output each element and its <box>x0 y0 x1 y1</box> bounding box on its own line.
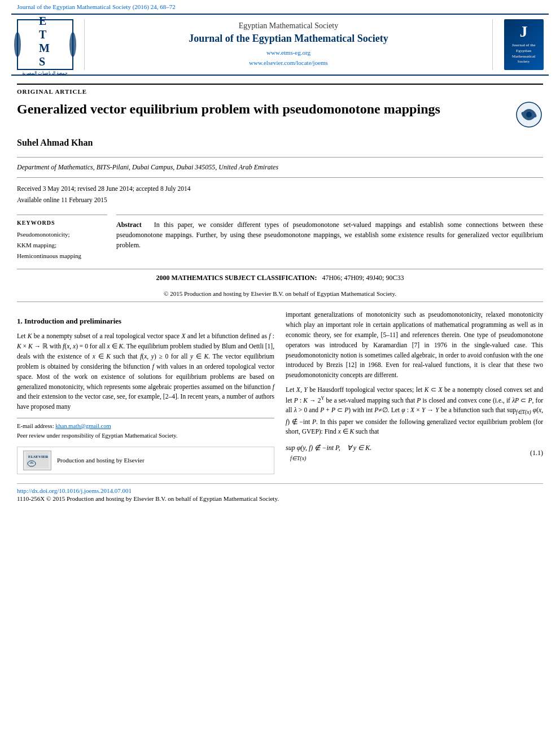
bottom-doi: http://dx.doi.org/10.1016/j.joems.2014.0… <box>17 483 543 494</box>
right-para-2: Let X, Y be Hausdorff topological vector… <box>286 385 543 437</box>
divider-after-affiliation <box>17 177 543 178</box>
svg-point-3 <box>526 112 532 117</box>
received-date: Received 3 May 2014; revised 28 June 201… <box>17 185 191 192</box>
doi-link[interactable]: http://dx.doi.org/10.1016/j.joems.2014.0… <box>17 487 132 494</box>
j-logo-subtitle: Journal of the Egyptian Mathematical Soc… <box>504 43 544 65</box>
keywords-box: KEYWORDS Pseudomonotonicity; KKM mapping… <box>17 215 107 261</box>
math-classification: 2000 MATHEMATICS SUBJECT CLASSIFICATION:… <box>17 269 543 287</box>
copyright-abstract: © 2015 Production and hosting by Elsevie… <box>17 290 543 302</box>
email-label: E-mail address: <box>17 423 55 429</box>
page: Journal of the Egyptian Mathematical Soc… <box>0 0 560 747</box>
journal-urls: www.etms-eg.org www.elsevier.com/locate/… <box>96 48 481 68</box>
j-brand-logo: J Journal of the Egyptian Mathematical S… <box>504 19 544 70</box>
left-column: 1. Introduction and preliminaries Let K … <box>17 310 274 474</box>
journal-header: ETMS جمعية الرياضيات المصرية Egyptian Ma… <box>11 14 549 76</box>
journal-reference: Journal of the Egyptian Mathematical Soc… <box>0 0 560 14</box>
arabic-text: جمعية الرياضيات المصرية <box>22 71 68 76</box>
abstract-section: KEYWORDS Pseudomonotonicity; KKM mapping… <box>17 215 543 261</box>
leaf-right-icon <box>69 30 77 59</box>
email-link[interactable]: khan.math@gmail.com <box>55 423 111 429</box>
abstract-body: In this paper, we consider different typ… <box>116 221 543 249</box>
etms-letters: ETMS <box>39 14 51 68</box>
article-dates: Received 3 May 2014; revised 28 June 201… <box>17 184 543 206</box>
abstract-label: Abstract <box>116 221 142 229</box>
header-center: Egyptian Mathematical Society Journal of… <box>85 19 492 70</box>
article-title: Generalized vector equilibrium problem w… <box>17 101 504 118</box>
body-columns: 1. Introduction and preliminaries Let K … <box>17 310 543 474</box>
keyword-1: Pseudomonotonicity; <box>17 229 107 240</box>
bottom-copyright: 1110-256X © 2015 Production and hosting … <box>17 495 543 502</box>
and-word: and <box>17 393 27 400</box>
keyword-2: KKM mapping; <box>17 240 107 251</box>
elsevier-footer-box: ELSEVIER Production and hosting by Elsev… <box>17 447 274 474</box>
leaf-left-icon <box>14 30 21 59</box>
available-date: Available online 11 February 2015 <box>17 196 107 203</box>
formula-block: sup φ(y, f) ∉ −int P, ∀ y ∈ K. f∈T(x) (1… <box>286 443 543 464</box>
author-name: Suhel Ahmad Khan <box>17 138 543 148</box>
formula-subscript: f∈T(x) <box>290 455 306 461</box>
etms-logo: ETMS جمعية الرياضيات المصرية <box>17 19 73 70</box>
crossmark-icon <box>515 101 543 129</box>
formula-number: (1.1) <box>530 448 543 458</box>
article-title-section: Generalized vector equilibrium problem w… <box>17 101 543 129</box>
formula-text: sup φ(y, f) ∉ −int P, ∀ y ∈ K. <box>286 444 371 452</box>
intro-paragraph: Let K be a nonempty subset of a real top… <box>17 331 274 412</box>
journal-logo-left: ETMS جمعية الرياضيات المصرية <box>11 19 85 70</box>
svg-point-1 <box>69 32 76 57</box>
abstract-text: Abstract In this paper, we consider diff… <box>116 220 543 250</box>
email-note: E-mail address: khan.math@gmail.com Peer… <box>17 418 274 441</box>
elsevier-text: Production and hosting by Elsevier <box>57 456 145 465</box>
divider-after-author <box>17 157 543 158</box>
url1-link[interactable]: www.etms-eg.org <box>266 49 310 56</box>
society-name: Egyptian Mathematical Society <box>96 21 481 30</box>
classification-codes: 47H06; 47H09; 49J40; 90C33 <box>322 274 404 282</box>
svg-point-0 <box>14 32 21 57</box>
affiliation: Department of Mathematics, BITS-Pilani, … <box>17 163 543 172</box>
right-para-1: important generalizations of monotonicit… <box>286 310 543 381</box>
url2-link[interactable]: www.elsevier.com/locate/joems <box>249 59 328 66</box>
classification-label: 2000 MATHEMATICS SUBJECT CLASSIFICATION: <box>156 274 317 282</box>
svg-text:ELSEVIER: ELSEVIER <box>28 455 49 459</box>
main-content: ORIGINAL ARTICLE Generalized vector equi… <box>0 76 560 509</box>
elsevier-logo: ELSEVIER <box>23 451 51 470</box>
peer-review-note: Peer review under responsibility of Egyp… <box>17 433 178 439</box>
formula-content: sup φ(y, f) ∉ −int P, ∀ y ∈ K. f∈T(x) <box>286 443 371 464</box>
elsevier-logo-svg: ELSEVIER <box>26 452 49 468</box>
keywords-title: KEYWORDS <box>17 220 107 226</box>
journal-logo-right: J Journal of the Egyptian Mathematical S… <box>492 19 549 70</box>
abstract-box: Abstract In this paper, we consider diff… <box>116 215 543 261</box>
keyword-3: Hemicontinuous mapping <box>17 251 107 261</box>
article-type-label: ORIGINAL ARTICLE <box>17 84 543 95</box>
journal-title: Journal of the Egyptian Mathematical Soc… <box>96 33 481 45</box>
section-1-title: 1. Introduction and preliminaries <box>17 316 274 327</box>
right-column: important generalizations of monotonicit… <box>286 310 543 474</box>
